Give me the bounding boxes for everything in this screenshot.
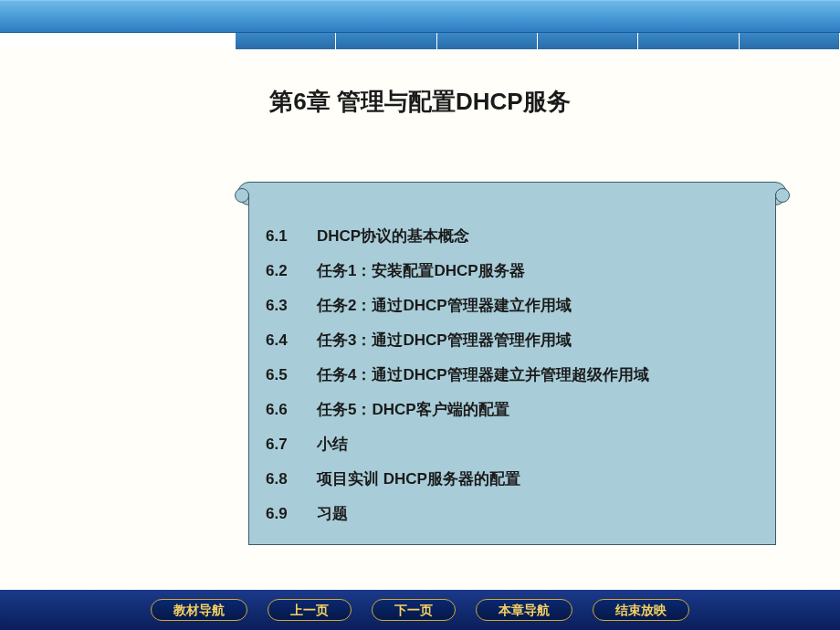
toc-number: 6.2 <box>266 254 317 289</box>
toc-text: 任务1：安装配置DHCP服务器 <box>317 254 525 289</box>
toc-text: 任务3：通过DHCP管理器管理作用域 <box>317 323 572 358</box>
toc-item-6-4[interactable]: 6.4 任务3：通过DHCP管理器管理作用域 <box>266 323 759 358</box>
toc-text: 习题 <box>317 497 348 531</box>
toc-number: 6.3 <box>266 289 317 323</box>
toc-number: 6.8 <box>266 462 317 497</box>
content-area: 第6章 管理与配置DHCP服务 6.1 DHCP协议的基本概念 6.2 任务1：… <box>0 49 840 590</box>
toc-item-6-3[interactable]: 6.3 任务2：通过DHCP管理器建立作用域 <box>266 289 759 323</box>
bottom-nav-bar: 教材导航 上一页 下一页 本章导航 结束放映 <box>0 590 840 630</box>
toc-text: 任务4：通过DHCP管理器建立并管理超级作用域 <box>317 358 649 393</box>
chapter-title: 第6章 管理与配置DHCP服务 <box>0 86 840 118</box>
toc-item-6-2[interactable]: 6.2 任务1：安装配置DHCP服务器 <box>266 254 759 289</box>
header-segments <box>236 33 840 49</box>
toc-text: 小结 <box>317 427 348 462</box>
header-left-blank <box>0 33 236 49</box>
toc-text: DHCP协议的基本概念 <box>317 219 469 254</box>
chapter-nav-button[interactable]: 本章导航 <box>476 599 572 621</box>
header-segment <box>336 33 436 49</box>
toc-number: 6.9 <box>266 497 317 531</box>
toc-list: 6.1 DHCP协议的基本概念 6.2 任务1：安装配置DHCP服务器 6.3 … <box>266 219 759 531</box>
toc-number: 6.1 <box>266 219 317 254</box>
next-page-button[interactable]: 下一页 <box>372 599 456 621</box>
toc-text: 任务5：DHCP客户端的配置 <box>317 393 509 427</box>
textbook-nav-button[interactable]: 教材导航 <box>151 599 247 621</box>
header-bar <box>0 0 840 33</box>
header-segment <box>538 33 637 49</box>
toc-item-6-1[interactable]: 6.1 DHCP协议的基本概念 <box>266 219 759 254</box>
toc-body: 6.1 DHCP协议的基本概念 6.2 任务1：安装配置DHCP服务器 6.3 … <box>248 194 776 545</box>
toc-panel: 6.1 DHCP协议的基本概念 6.2 任务1：安装配置DHCP服务器 6.3 … <box>230 182 794 545</box>
toc-text: 任务2：通过DHCP管理器建立作用域 <box>317 289 572 323</box>
toc-item-6-7[interactable]: 6.7 小结 <box>266 427 759 462</box>
toc-item-6-6[interactable]: 6.6 任务5：DHCP客户端的配置 <box>266 393 759 427</box>
toc-number: 6.6 <box>266 393 317 427</box>
header-segment <box>638 33 738 49</box>
toc-item-6-9[interactable]: 6.9 习题 <box>266 497 759 531</box>
toc-item-6-5[interactable]: 6.5 任务4：通过DHCP管理器建立并管理超级作用域 <box>266 358 759 393</box>
header-segment <box>236 33 335 49</box>
toc-number: 6.5 <box>266 358 317 393</box>
toc-number: 6.7 <box>266 427 317 462</box>
toc-number: 6.4 <box>266 323 317 358</box>
header-segment <box>437 33 537 49</box>
toc-item-6-8[interactable]: 6.8 项目实训 DHCP服务器的配置 <box>266 462 759 497</box>
header-segment <box>740 33 839 49</box>
end-slideshow-button[interactable]: 结束放映 <box>593 599 689 621</box>
prev-page-button[interactable]: 上一页 <box>268 599 352 621</box>
toc-text: 项目实训 DHCP服务器的配置 <box>317 462 520 497</box>
